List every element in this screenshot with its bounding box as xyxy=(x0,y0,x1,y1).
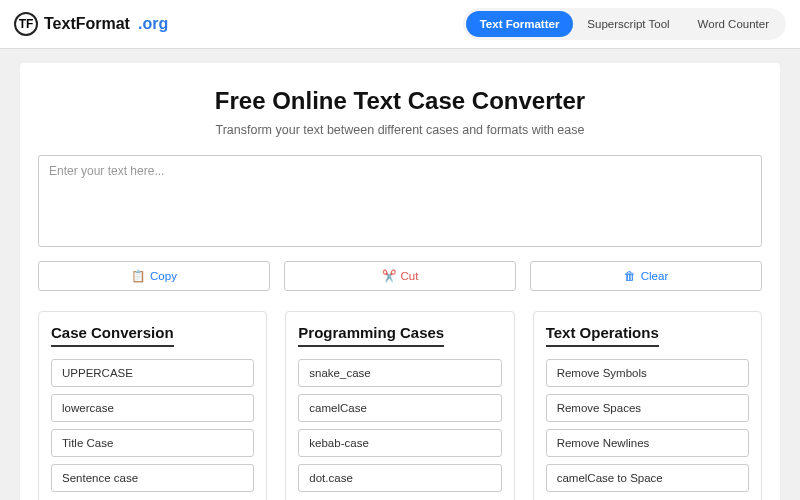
main-panel: Free Online Text Case Converter Transfor… xyxy=(20,63,780,500)
column-title: Text Operations xyxy=(546,324,659,347)
column-title: Case Conversion xyxy=(51,324,174,347)
page-subtitle: Transform your text between different ca… xyxy=(38,123,762,137)
option-camelcase[interactable]: camelCase xyxy=(298,394,501,422)
option-dot-case[interactable]: dot.case xyxy=(298,464,501,492)
option-lowercase[interactable]: lowercase xyxy=(51,394,254,422)
clear-button[interactable]: 🗑 Clear xyxy=(530,261,762,291)
tab-word-counter[interactable]: Word Counter xyxy=(684,11,783,37)
option-remove-newlines[interactable]: Remove Newlines xyxy=(546,429,749,457)
option-camelcase-to-space[interactable]: camelCase to Space xyxy=(546,464,749,492)
clear-label: Clear xyxy=(641,270,668,282)
column-text-operations: Text Operations Remove Symbols Remove Sp… xyxy=(533,311,762,500)
cut-button[interactable]: ✂️ Cut xyxy=(284,261,516,291)
option-title-case[interactable]: Title Case xyxy=(51,429,254,457)
clipboard-icon: 📋 xyxy=(131,269,145,283)
action-row: 📋 Copy ✂️ Cut 🗑 Clear xyxy=(38,261,762,291)
option-remove-spaces[interactable]: Remove Spaces xyxy=(546,394,749,422)
text-input[interactable] xyxy=(38,155,762,247)
header: TF TextFormat .org Text Formatter Supers… xyxy=(0,0,800,49)
column-case-conversion: Case Conversion UPPERCASE lowercase Titl… xyxy=(38,311,267,500)
tab-text-formatter[interactable]: Text Formatter xyxy=(466,11,574,37)
scissors-icon: ✂️ xyxy=(382,269,396,283)
column-title: Programming Cases xyxy=(298,324,444,347)
tab-superscript-tool[interactable]: Superscript Tool xyxy=(573,11,683,37)
copy-label: Copy xyxy=(150,270,177,282)
trash-icon: 🗑 xyxy=(624,270,636,282)
option-snake-case[interactable]: snake_case xyxy=(298,359,501,387)
logo-text: TextFormat xyxy=(44,15,130,33)
nav-tabs: Text Formatter Superscript Tool Word Cou… xyxy=(463,8,786,40)
option-columns: Case Conversion UPPERCASE lowercase Titl… xyxy=(38,311,762,500)
logo[interactable]: TF TextFormat .org xyxy=(14,12,168,36)
option-kebab-case[interactable]: kebab-case xyxy=(298,429,501,457)
logo-suffix: .org xyxy=(138,15,168,33)
cut-label: Cut xyxy=(401,270,419,282)
page-title: Free Online Text Case Converter xyxy=(38,87,762,115)
option-remove-symbols[interactable]: Remove Symbols xyxy=(546,359,749,387)
option-sentence-case[interactable]: Sentence case xyxy=(51,464,254,492)
copy-button[interactable]: 📋 Copy xyxy=(38,261,270,291)
column-programming-cases: Programming Cases snake_case camelCase k… xyxy=(285,311,514,500)
option-uppercase[interactable]: UPPERCASE xyxy=(51,359,254,387)
logo-mark-icon: TF xyxy=(14,12,38,36)
